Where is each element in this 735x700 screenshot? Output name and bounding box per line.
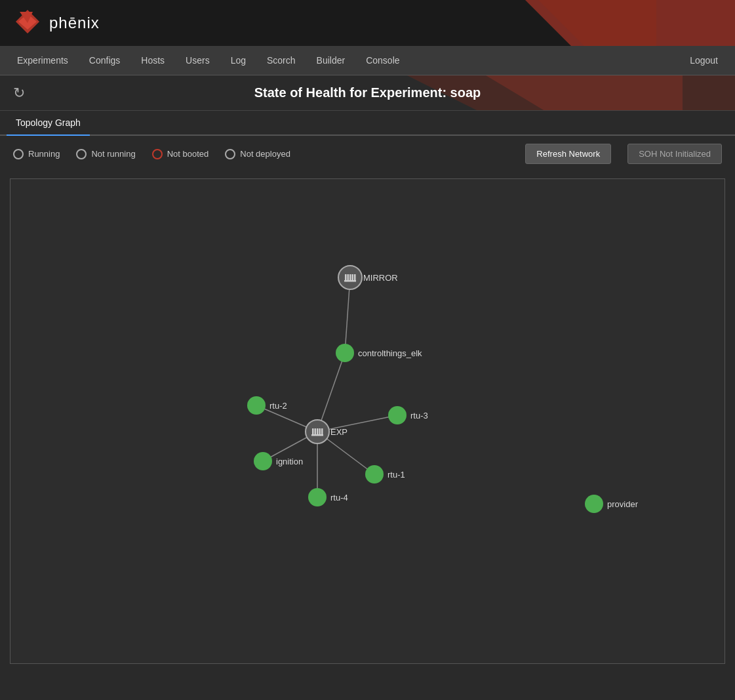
graph-node-label-mirror: MIRROR <box>363 273 398 283</box>
graph-node-label-rtu-2: rtu-2 <box>269 401 287 411</box>
nav-item-users[interactable]: Users <box>175 46 220 75</box>
nav-item-experiments[interactable]: Experiments <box>7 46 79 75</box>
graph-node-label-exp: EXP <box>330 427 348 437</box>
logo-text: phēnix <box>49 14 100 32</box>
header-decoration-2 <box>538 0 656 46</box>
graph-node-label-provider: provider <box>607 499 639 509</box>
refresh-network-button[interactable]: Refresh Network <box>525 144 611 164</box>
graph-node-mirror[interactable]: MIRROR <box>338 266 398 289</box>
svg-rect-13 <box>315 428 317 435</box>
svg-rect-17 <box>311 434 323 436</box>
svg-rect-9 <box>344 280 356 282</box>
graph-node-label-ignition: ignition <box>276 457 303 466</box>
navbar: Experiments Configs Hosts Users Log Scor… <box>0 46 735 75</box>
svg-rect-6 <box>349 274 351 281</box>
logo-area: phēnix <box>13 9 100 38</box>
legend-not-booted-circle <box>152 149 163 159</box>
svg-rect-5 <box>348 274 349 281</box>
graph-node-rtu-2[interactable]: rtu-2 <box>247 396 287 415</box>
graph-node-ignition[interactable]: ignition <box>254 452 303 470</box>
svg-rect-7 <box>352 274 354 281</box>
legend-not-running-label: Not running <box>91 149 135 159</box>
graph-node-rtu-4[interactable]: rtu-4 <box>308 488 348 506</box>
graph-edge <box>317 353 345 432</box>
topology-svg: MIRRORcontrolthings_elkEXPrtu-2rtu-3igni… <box>10 179 725 663</box>
svg-point-19 <box>388 406 407 424</box>
graph-node-controlthings_elk[interactable]: controlthings_elk <box>336 344 422 362</box>
page-title: State of Health for Experiment: soap <box>254 85 481 100</box>
legend-not-running: Not running <box>76 149 135 159</box>
tab-area: Topology Graph <box>0 111 735 136</box>
legend-running-label: Running <box>28 149 60 159</box>
svg-rect-8 <box>354 274 356 281</box>
svg-point-18 <box>247 396 266 415</box>
graph-node-label-controlthings_elk: controlthings_elk <box>358 348 422 358</box>
legend-not-running-circle <box>76 149 87 159</box>
svg-point-23 <box>585 495 603 513</box>
svg-point-10 <box>336 344 354 362</box>
graph-container: MIRRORcontrolthings_elkEXPrtu-2rtu-3igni… <box>10 178 725 664</box>
graph-node-label-rtu-1: rtu-1 <box>387 470 405 480</box>
graph-node-exp[interactable]: EXP <box>306 420 348 443</box>
legend-not-deployed: Not deployed <box>225 149 290 159</box>
legend-not-deployed-label: Not deployed <box>240 149 290 159</box>
graph-node-label-rtu-4: rtu-4 <box>330 493 348 503</box>
nav-item-configs[interactable]: Configs <box>79 46 130 75</box>
legend-running: Running <box>13 149 60 159</box>
graph-node-label-rtu-3: rtu-3 <box>410 411 428 421</box>
nav-item-scorch[interactable]: Scorch <box>256 46 306 75</box>
legend-not-deployed-circle <box>225 149 235 159</box>
svg-rect-14 <box>317 428 319 435</box>
nav-item-console[interactable]: Console <box>355 46 410 75</box>
nav-item-log[interactable]: Log <box>220 46 256 75</box>
page-header: ↻ State of Health for Experiment: soap <box>0 75 735 111</box>
page-header-bg2 <box>486 75 683 111</box>
controls-area: Running Not running Not booted Not deplo… <box>0 136 735 172</box>
back-button[interactable]: ↻ <box>13 85 25 102</box>
svg-point-21 <box>365 465 384 484</box>
graph-node-rtu-1[interactable]: rtu-1 <box>365 465 405 484</box>
logo-icon <box>13 9 43 38</box>
tab-topology-graph[interactable]: Topology Graph <box>7 111 90 136</box>
svg-rect-15 <box>319 428 321 435</box>
graph-node-provider[interactable]: provider <box>585 495 639 513</box>
nav-item-hosts[interactable]: Hosts <box>130 46 175 75</box>
soh-not-initialized-button[interactable]: SOH Not Initialized <box>627 144 722 164</box>
svg-point-20 <box>254 452 272 470</box>
svg-rect-16 <box>321 428 323 435</box>
svg-point-22 <box>308 488 327 506</box>
legend-not-booted: Not booted <box>152 149 209 159</box>
svg-rect-4 <box>345 274 347 281</box>
graph-node-rtu-3[interactable]: rtu-3 <box>388 406 428 424</box>
logout-button[interactable]: Logout <box>679 55 728 66</box>
legend-not-booted-label: Not booted <box>167 149 209 159</box>
svg-rect-12 <box>312 428 314 435</box>
nav-items: Experiments Configs Hosts Users Log Scor… <box>7 46 679 75</box>
legend-running-circle <box>13 149 24 159</box>
header: phēnix <box>0 0 735 46</box>
nav-item-builder[interactable]: Builder <box>306 46 356 75</box>
